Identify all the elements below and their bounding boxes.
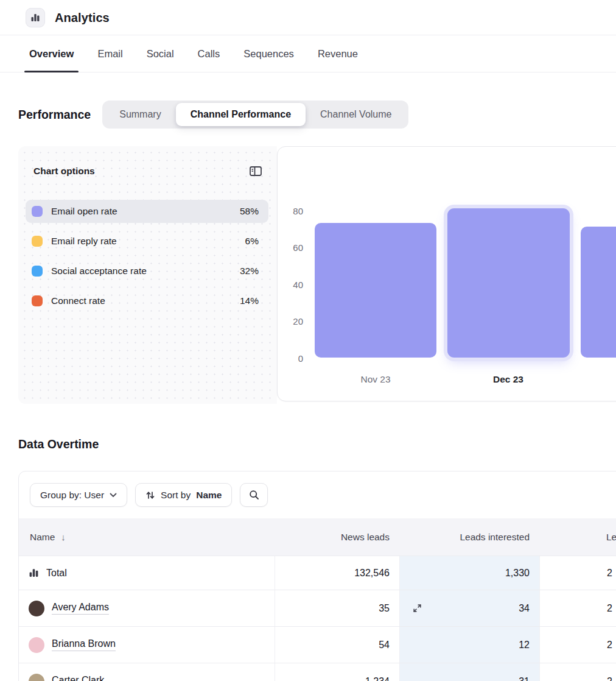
cell-leads-interested: 31 [399, 663, 539, 681]
legend-item-email-reply-rate[interactable]: Email reply rate 6% [26, 230, 268, 253]
cell-leads-interested: 34 [399, 590, 539, 626]
tab-revenue[interactable]: Revenue [317, 35, 359, 72]
collapse-panel-button[interactable] [248, 164, 264, 178]
avatar [29, 637, 44, 653]
avatar [29, 674, 44, 681]
segment-summary[interactable]: Summary [105, 103, 175, 126]
row-label: Total [46, 568, 67, 579]
performance-view-switcher: Summary Channel Performance Channel Volu… [102, 101, 408, 129]
user-name-link[interactable]: Avery Adams [52, 602, 109, 615]
channel-performance-chart: 80 60 40 20 0 Nov 23 Dec 23 [277, 146, 616, 401]
table-row-brianna-brown[interactable]: Brianna Brown 54 12 2 [19, 626, 616, 663]
segment-channel-performance[interactable]: Channel Performance [176, 103, 306, 126]
bar-nov-23[interactable] [315, 223, 436, 358]
x-axis-label-active: Dec 23 [447, 374, 569, 385]
tab-sequences[interactable]: Sequences [243, 35, 295, 72]
metric-color-dot [32, 236, 43, 247]
analytics-logo [26, 8, 45, 27]
expand-icon [412, 603, 422, 613]
table-header-row: Name ↓ News leads Leads interested Le [19, 518, 616, 556]
metric-color-dot [32, 266, 43, 277]
cell-clipped: 2 [539, 627, 616, 663]
top-bar: Analytics [0, 0, 616, 35]
bar-chart-icon [29, 568, 39, 578]
user-name-link[interactable]: Carter Clark [52, 675, 104, 681]
segment-channel-volume[interactable]: Channel Volume [306, 103, 406, 126]
tab-email[interactable]: Email [97, 35, 123, 72]
chart-options-title: Chart options [33, 166, 95, 177]
x-axis-label: Nov 23 [315, 374, 436, 385]
chevron-down-icon [110, 493, 117, 498]
group-by-dropdown[interactable]: Group by: User [30, 483, 127, 507]
chart-options-panel: Chart options Email open rate 58% Email … [18, 146, 277, 404]
section-title-data-overtime: Data Overtime [18, 437, 99, 451]
cell-clipped: 2 [539, 556, 616, 590]
cell-leads-interested: 12 [399, 627, 539, 663]
search-icon [249, 490, 259, 500]
section-title-performance: Performance [18, 108, 91, 122]
search-button[interactable] [240, 483, 268, 507]
sort-desc-arrow-icon: ↓ [61, 532, 66, 542]
legend-item-social-acceptance-rate[interactable]: Social acceptance rate 32% [26, 259, 268, 283]
cell-news-leads: 35 [275, 590, 399, 626]
y-axis-tick: 60 [281, 242, 303, 254]
column-header-news-leads[interactable]: News leads [275, 518, 399, 556]
performance-header: Performance Summary Channel Performance … [18, 101, 408, 129]
sort-by-button[interactable]: Sort by Name [135, 483, 232, 507]
sort-arrows-icon [145, 490, 155, 500]
y-axis-tick: 40 [281, 279, 303, 291]
y-axis-tick: 20 [281, 316, 303, 328]
tab-calls[interactable]: Calls [197, 35, 221, 72]
cell-news-leads: 132,546 [275, 556, 399, 590]
cell-leads-interested: 1,330 [399, 556, 539, 590]
legend-item-connect-rate[interactable]: Connect rate 14% [26, 289, 268, 312]
data-overtime-table-card: Group by: User Sort by Name [18, 471, 616, 681]
page-title: Analytics [55, 0, 110, 35]
user-name-link[interactable]: Brianna Brown [52, 638, 116, 651]
metric-color-dot [32, 206, 43, 217]
table-row-total[interactable]: Total 132,546 1,330 2 [19, 556, 616, 590]
main-nav-tabs: Overview Email Social Calls Sequences Re… [0, 35, 616, 72]
y-axis-tick: 0 [281, 353, 303, 365]
cell-news-leads: 54 [275, 627, 399, 663]
expand-cell-button[interactable] [412, 603, 422, 613]
legend-item-email-open-rate[interactable]: Email open rate 58% [26, 200, 268, 223]
column-header-clipped[interactable]: Le [539, 518, 616, 556]
table-row-carter-clark[interactable]: Carter Clark 1,234 31 2 [19, 663, 616, 681]
table-toolbar: Group by: User Sort by Name [19, 471, 616, 518]
metric-color-dot [32, 295, 43, 306]
cell-news-leads: 1,234 [275, 663, 399, 681]
bar-next-period-clipped[interactable] [581, 227, 616, 358]
bar-chart-icon [30, 13, 40, 23]
tab-overview[interactable]: Overview [29, 35, 74, 72]
cell-clipped: 2 [539, 590, 616, 626]
analytics-screen: Analytics Overview Email Social Calls Se… [0, 0, 616, 681]
bar-dec-23-highlighted[interactable] [447, 208, 570, 358]
tab-social[interactable]: Social [146, 35, 175, 72]
column-header-name[interactable]: Name ↓ [19, 518, 275, 556]
avatar [29, 601, 44, 616]
y-axis-tick: 80 [281, 205, 303, 217]
sidebar-panel-icon [249, 166, 262, 177]
table-row-avery-adams[interactable]: Avery Adams 35 34 2 [19, 590, 616, 626]
metric-legend-list: Email open rate 58% Email reply rate 6% … [18, 200, 277, 312]
cell-clipped: 2 [539, 663, 616, 681]
column-header-leads-interested[interactable]: Leads interested [399, 518, 539, 556]
